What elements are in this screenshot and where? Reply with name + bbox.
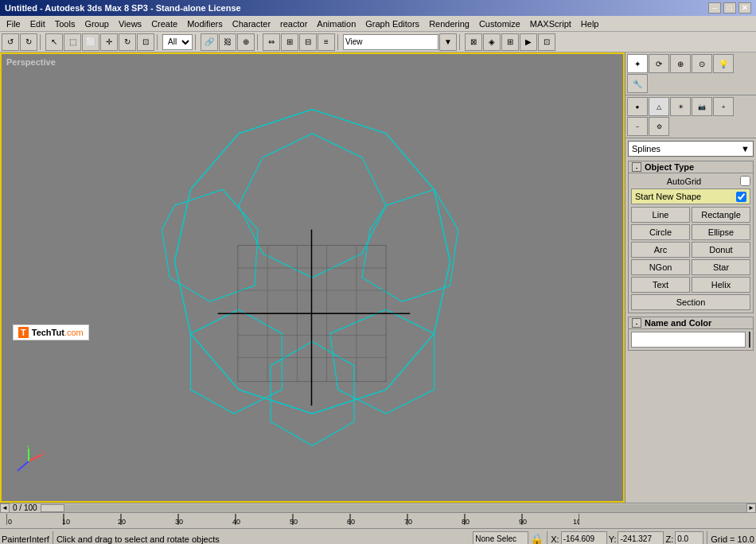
sub-tab-shapes[interactable]: △ bbox=[649, 97, 669, 116]
quick-render-button[interactable]: ▶ bbox=[520, 33, 537, 51]
viewport[interactable]: Perspective bbox=[0, 52, 625, 503]
splines-label: Splines bbox=[632, 144, 661, 153]
menu-file[interactable]: File bbox=[2, 18, 25, 29]
menu-graph-editors[interactable]: Graph Editors bbox=[360, 18, 424, 29]
schematic-view-button[interactable]: ⊠ bbox=[465, 33, 482, 51]
scroll-left-btn[interactable]: ◄ bbox=[0, 503, 10, 513]
sub-tab-cameras[interactable]: 📷 bbox=[692, 97, 712, 116]
scroll-track[interactable] bbox=[41, 504, 746, 512]
panel-tab-modify[interactable]: ⟳ bbox=[649, 54, 669, 73]
menu-group[interactable]: Group bbox=[80, 18, 114, 29]
sub-tab-geometry[interactable]: ● bbox=[627, 97, 648, 116]
scroll-thumb[interactable] bbox=[41, 504, 64, 512]
collapse-name-color[interactable]: - bbox=[632, 318, 641, 328]
menu-edit[interactable]: Edit bbox=[25, 18, 50, 29]
shape-btn-star[interactable]: Star bbox=[692, 259, 750, 275]
menu-create[interactable]: Create bbox=[146, 18, 182, 29]
sub-tab-helpers[interactable]: + bbox=[713, 97, 734, 116]
scale-button[interactable]: ⊡ bbox=[137, 33, 154, 51]
svg-text:30: 30 bbox=[175, 518, 183, 526]
render-last-button[interactable]: ⊡ bbox=[538, 33, 555, 51]
color-swatch[interactable] bbox=[749, 332, 750, 348]
y-input[interactable]: -241.327 bbox=[618, 531, 664, 545]
menu-help[interactable]: Help bbox=[576, 18, 604, 29]
sub-tab-spacewarps[interactable]: ~ bbox=[627, 117, 648, 136]
panel-tab-utilities[interactable]: 🔧 bbox=[627, 74, 648, 93]
shape-btn-ellipse[interactable]: Ellipse bbox=[692, 224, 750, 240]
shape-btn-helix[interactable]: Helix bbox=[692, 277, 750, 293]
name-color-section: - Name and Color bbox=[628, 317, 754, 351]
undo-button[interactable]: ↺ bbox=[2, 33, 19, 51]
menubar: File Edit Tools Group Views Create Modif… bbox=[0, 16, 756, 32]
sub-tab-systems[interactable]: ⚙ bbox=[649, 117, 669, 136]
scroll-right-btn[interactable]: ► bbox=[746, 503, 756, 513]
select-region-button[interactable]: ⬚ bbox=[64, 33, 81, 51]
view-label-input[interactable] bbox=[343, 34, 438, 50]
splines-dropdown[interactable]: Splines ▼ bbox=[628, 141, 754, 157]
start-new-shape-checkbox[interactable] bbox=[736, 192, 746, 202]
move-button[interactable]: ✛ bbox=[100, 33, 118, 51]
object-type-body: AutoGrid Start New Shape Line Rectangle … bbox=[629, 173, 753, 313]
panel-tab-motion[interactable]: ⊙ bbox=[692, 54, 712, 73]
menu-maxscript[interactable]: MAXScript bbox=[525, 18, 576, 29]
object-type-section: - Object Type AutoGrid Start New Shape L… bbox=[628, 161, 754, 313]
start-new-shape-label: Start New Shape bbox=[635, 192, 701, 201]
link-button[interactable]: 🔗 bbox=[201, 33, 218, 51]
close-button[interactable]: ✕ bbox=[738, 2, 751, 14]
minimize-button[interactable]: ─ bbox=[708, 2, 721, 14]
menu-character[interactable]: Character bbox=[228, 18, 275, 29]
select-button[interactable]: ↖ bbox=[45, 33, 63, 51]
shape-btn-circle[interactable]: Circle bbox=[631, 224, 690, 240]
start-new-shape-button[interactable]: Start New Shape bbox=[631, 188, 750, 204]
shape-btn-section[interactable]: Section bbox=[631, 294, 750, 310]
collapse-object-type[interactable]: - bbox=[632, 162, 641, 172]
window-crossing-button[interactable]: ⬜ bbox=[82, 33, 99, 51]
panel-tab-create[interactable]: ✦ bbox=[627, 54, 648, 73]
quick-align-button[interactable]: ≡ bbox=[318, 33, 335, 51]
name-input[interactable] bbox=[631, 332, 746, 348]
shape-btn-rectangle[interactable]: Rectangle bbox=[692, 207, 750, 223]
maximize-button[interactable]: □ bbox=[723, 2, 736, 14]
panel-tab-hierarchy[interactable]: ⊕ bbox=[670, 54, 691, 73]
object-type-label: Object Type bbox=[645, 162, 694, 172]
menu-rendering[interactable]: Rendering bbox=[424, 18, 474, 29]
rotate-button[interactable]: ↻ bbox=[119, 33, 136, 51]
material-editor-button[interactable]: ◈ bbox=[483, 33, 501, 51]
svg-text:70: 70 bbox=[404, 518, 412, 526]
z-input[interactable]: 0.0 bbox=[675, 531, 703, 545]
main-area: Perspective bbox=[0, 52, 756, 503]
autogrid-checkbox[interactable] bbox=[740, 176, 750, 186]
menu-animation[interactable]: Animation bbox=[312, 18, 360, 29]
render-setup-button[interactable]: ⊞ bbox=[501, 33, 519, 51]
timeline-ruler[interactable]: 0 10 20 30 40 50 60 70 80 90 100 bbox=[0, 512, 756, 528]
menu-reactor[interactable]: reactor bbox=[275, 18, 312, 29]
none-select-input[interactable] bbox=[473, 531, 528, 545]
shape-btn-arc[interactable]: Arc bbox=[631, 242, 690, 258]
x-input[interactable]: -164.609 bbox=[561, 531, 607, 545]
filter-select[interactable]: All bbox=[162, 34, 193, 50]
svg-marker-5 bbox=[191, 309, 283, 414]
svg-marker-3 bbox=[330, 309, 435, 414]
array-button[interactable]: ⊟ bbox=[299, 33, 317, 51]
shape-btn-text[interactable]: Text bbox=[631, 277, 690, 293]
redo-button[interactable]: ↻ bbox=[20, 33, 37, 51]
dropdown-arrow: ▼ bbox=[741, 144, 750, 153]
menu-modifiers[interactable]: Modifiers bbox=[182, 18, 228, 29]
shape-btn-ngon[interactable]: NGon bbox=[631, 259, 690, 275]
svg-text:20: 20 bbox=[118, 518, 126, 526]
painter-section: PainterInterf bbox=[2, 534, 49, 544]
menu-customize[interactable]: Customize bbox=[474, 18, 525, 29]
menu-views[interactable]: Views bbox=[114, 18, 146, 29]
shape-btn-line[interactable]: Line bbox=[631, 207, 690, 223]
menu-tools[interactable]: Tools bbox=[50, 18, 80, 29]
bind-button[interactable]: ⊕ bbox=[237, 33, 255, 51]
svg-text:0: 0 bbox=[8, 518, 12, 526]
panel-tab-display[interactable]: 💡 bbox=[713, 54, 734, 73]
view-btn[interactable]: ▼ bbox=[439, 33, 457, 51]
shape-btn-donut[interactable]: Donut bbox=[692, 242, 750, 258]
align-button[interactable]: ⊞ bbox=[281, 33, 298, 51]
mirror-button[interactable]: ⇔ bbox=[263, 33, 280, 51]
unlink-button[interactable]: ⛓ bbox=[219, 33, 236, 51]
sub-tab-lights[interactable]: ☀ bbox=[670, 97, 691, 116]
timeline-svg: 0 10 20 30 40 50 60 70 80 90 100 bbox=[6, 514, 579, 528]
